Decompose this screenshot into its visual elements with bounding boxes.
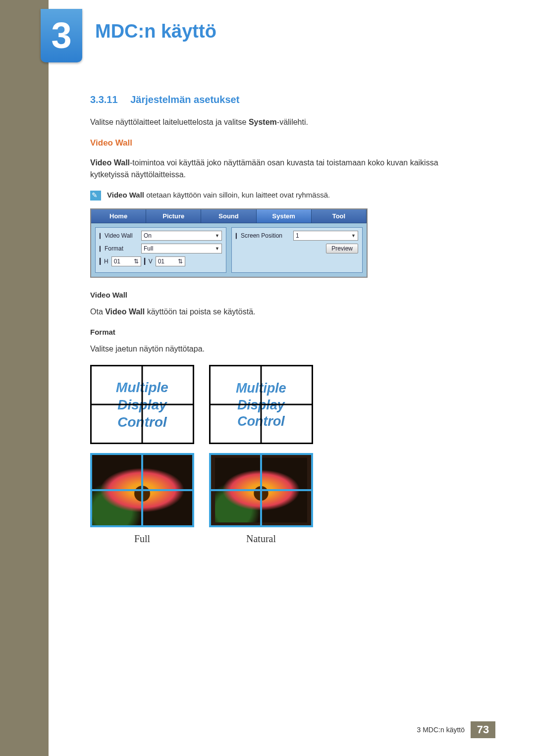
- chapter-title: MDC:n käyttö: [95, 21, 216, 42]
- note-text: Video Wall otetaan käyttöön vain silloin…: [107, 191, 330, 199]
- flower-full-box: [90, 453, 194, 527]
- note-row: Video Wall otetaan käyttöön vain silloin…: [90, 191, 467, 201]
- figure-full-column: Multiple Display Control Full: [90, 365, 194, 545]
- page-footer: 3 MDC:n käyttö 73: [417, 721, 495, 738]
- tab-system[interactable]: System: [257, 209, 312, 223]
- format-label: Format: [100, 245, 138, 252]
- mdc-full-box: Multiple Display Control: [90, 365, 194, 444]
- caption-full: Full: [134, 533, 150, 545]
- chevron-down-icon: ▼: [215, 233, 219, 238]
- mdc-natural-box: Multiple Display Control: [209, 365, 313, 444]
- format-select[interactable]: Full▼: [141, 244, 222, 253]
- caption-natural: Natural: [246, 533, 276, 545]
- spinner-icon: ⇅: [178, 258, 183, 265]
- ui-left-col: Video Wall On▼ Format Full▼ ▎H 01⇅ ▎V 01…: [95, 227, 226, 273]
- section-heading: 3.3.11 Järjestelmän asetukset: [90, 94, 467, 105]
- section-number: 3.3.11: [90, 94, 118, 105]
- tab-sound[interactable]: Sound: [201, 209, 256, 223]
- format-subheading: Format: [90, 328, 467, 336]
- footer-label: 3 MDC:n käyttö: [417, 726, 471, 734]
- videowall-select[interactable]: On▼: [141, 231, 222, 241]
- chevron-down-icon: ▼: [351, 233, 356, 238]
- preview-button[interactable]: Preview: [326, 244, 358, 253]
- intro-paragraph: Valitse näyttölaitteet laiteluettelosta …: [90, 116, 467, 128]
- videowall-heading: Video Wall: [90, 138, 467, 148]
- v-spinner[interactable]: 01⇅: [156, 256, 185, 266]
- format-figure: Multiple Display Control Full Multiple D…: [90, 365, 467, 545]
- ui-tabs: Home Picture Sound System Tool: [91, 209, 367, 223]
- screenpos-label: Screen Position: [236, 232, 290, 239]
- footer-page-number: 73: [471, 721, 495, 738]
- videowall-label: Video Wall: [100, 232, 138, 239]
- screenpos-select[interactable]: 1▼: [293, 231, 358, 241]
- content-area: 3.3.11 Järjestelmän asetukset Valitse nä…: [90, 94, 467, 545]
- figure-natural-column: Multiple Display Control Natural: [209, 365, 313, 545]
- section-title: Järjestelmän asetukset: [130, 94, 239, 105]
- videowall-description: Video Wall-toimintoa voi käyttää joko nä…: [90, 157, 467, 181]
- videowall-subtext: Ota Video Wall käyttöön tai poista se kä…: [90, 306, 467, 318]
- tab-picture[interactable]: Picture: [146, 209, 201, 223]
- sidebar-stripe: [0, 0, 49, 756]
- chapter-number-badge: 3: [41, 9, 82, 62]
- tab-tool[interactable]: Tool: [312, 209, 367, 223]
- format-subtext: Valitse jaetun näytön näyttötapa.: [90, 343, 467, 355]
- h-label: ▎H: [100, 258, 108, 265]
- tab-home[interactable]: Home: [91, 209, 146, 223]
- flower-natural-box: [209, 453, 313, 527]
- spinner-icon: ⇅: [134, 258, 139, 265]
- videowall-subheading: Video Wall: [90, 291, 467, 299]
- h-spinner[interactable]: 01⇅: [111, 256, 141, 266]
- v-label: ▎V: [144, 258, 153, 265]
- note-icon: [90, 191, 101, 201]
- ui-right-col: Screen Position 1▼ Preview: [231, 227, 363, 273]
- ui-panel-figure: Home Picture Sound System Tool Video Wal…: [90, 208, 368, 278]
- chevron-down-icon: ▼: [215, 246, 219, 251]
